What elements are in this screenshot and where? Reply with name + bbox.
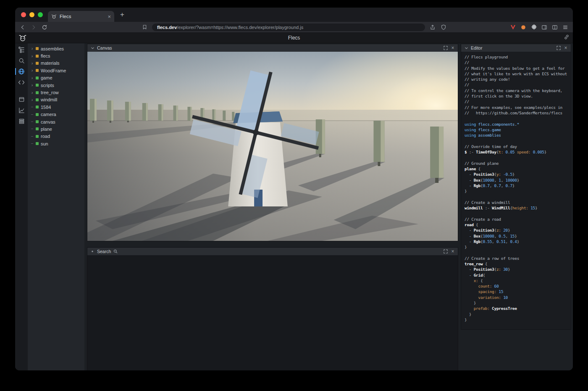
menu-icon[interactable] [562, 24, 569, 31]
stats-chart-icon[interactable] [17, 106, 26, 114]
code-line [465, 250, 571, 255]
side-panel-icon[interactable] [541, 24, 548, 31]
bookmark-icon[interactable] [141, 24, 148, 31]
expand-caret-icon[interactable]: › [31, 90, 34, 95]
code-line: windmill :- WindMill{height: 15} [465, 205, 571, 211]
tree-item-scripts[interactable]: ›scripts [28, 82, 84, 89]
code-line: spacing: 15 [465, 289, 571, 294]
split-view-icon[interactable] [551, 24, 558, 31]
reload-icon[interactable] [41, 24, 48, 31]
v-extension-icon[interactable] [509, 24, 516, 31]
share-link-icon[interactable] [564, 34, 570, 42]
code-line: } [465, 300, 571, 306]
tree-item-materials[interactable]: ›materials [28, 60, 84, 67]
code-line: } [465, 244, 571, 250]
code-line: - Box{10000, 1, 10000} [465, 177, 571, 183]
expand-caret-icon[interactable]: › [31, 98, 34, 102]
code-line: count: 60 [465, 283, 571, 289]
search-tool-icon[interactable] [17, 56, 26, 65]
module-square-icon [36, 69, 39, 72]
entity-square-icon [36, 113, 39, 116]
canvas-collapse-chevron-icon[interactable] [90, 45, 95, 50]
tree-item-flecs[interactable]: ›flecs [28, 52, 84, 59]
tree-item-tree_row[interactable]: ›tree_row [28, 89, 84, 96]
extensions-puzzle-icon[interactable] [530, 24, 537, 31]
leaf-dash-icon: – [31, 127, 34, 131]
code-line: // Override time of day [465, 144, 571, 149]
tree-item-game[interactable]: ›game [28, 74, 84, 82]
code-area[interactable]: // Flecs playground//// Modify the value… [465, 54, 571, 322]
tree-item-sun[interactable]: –sun [28, 140, 84, 147]
canvas-close-icon[interactable]: × [450, 45, 455, 50]
code-line: // Modify the values below to get a feel… [465, 66, 571, 71]
tree-item-label: road [41, 134, 50, 139]
expand-caret-icon[interactable]: › [31, 61, 34, 66]
tree-item-WoodFrame[interactable]: ›WoodFrame [28, 67, 84, 74]
module-square-icon [36, 62, 39, 65]
expand-caret-icon[interactable]: › [31, 68, 34, 73]
page-title: Flecs [288, 35, 300, 41]
share-icon[interactable] [429, 24, 436, 31]
minimize-window-button[interactable] [29, 12, 34, 17]
code-line: // https://github.com/SanderMertens/flec… [465, 110, 571, 116]
tree-item-camera[interactable]: –camera [28, 111, 84, 118]
code-tool-icon[interactable] [17, 78, 26, 87]
window-controls [21, 12, 43, 17]
tab-close-icon[interactable]: × [108, 14, 111, 19]
editor-close-icon[interactable]: × [563, 45, 568, 50]
entity-square-icon [36, 127, 39, 130]
canvas-panel-title: Canvas [97, 45, 112, 50]
shield-icon[interactable] [440, 24, 447, 31]
new-tab-button[interactable]: + [117, 9, 128, 20]
code-line: // first click on the 3D view. [465, 93, 571, 99]
editor-expand-icon[interactable] [556, 45, 561, 50]
search-results-area[interactable] [87, 255, 458, 370]
browser-tab-flecs[interactable]: Flecs × [48, 11, 114, 22]
search-close-icon[interactable]: × [450, 249, 455, 254]
expand-caret-icon[interactable]: › [31, 46, 34, 51]
tree-item-assemblies[interactable]: ›assemblies [28, 45, 84, 52]
expand-caret-icon[interactable]: › [31, 83, 34, 87]
editor-body: // Flecs playground//// Modify the value… [461, 52, 571, 329]
code-line: // [465, 60, 571, 65]
canvas-panel-header: Canvas × [87, 44, 458, 52]
expand-caret-icon[interactable]: › [31, 54, 34, 58]
module-square-icon [36, 47, 39, 50]
code-line: using assemblies [465, 132, 571, 138]
tree-item-canvas[interactable]: –canvas [28, 118, 84, 125]
tree-item-label: game [41, 75, 52, 80]
tree-item-road[interactable]: –road [28, 133, 84, 140]
canvas-expand-icon[interactable] [443, 45, 448, 50]
tree-item-windmill[interactable]: ›windmill [28, 96, 84, 103]
tree-item-1584[interactable]: –1584 [28, 103, 84, 111]
canvas-3d-view[interactable] [87, 52, 458, 241]
tree-item-label: flecs [41, 53, 50, 58]
code-line: prefab: CypressTree [465, 306, 571, 311]
url-path: /explorer/?wasm=https://www.flecs.dev/ex… [177, 25, 303, 30]
forward-icon[interactable] [30, 24, 37, 31]
code-line: x: { [465, 278, 571, 283]
world-icon[interactable] [17, 67, 26, 76]
expand-caret-icon[interactable]: › [31, 76, 34, 80]
leaf-dash-icon: – [31, 113, 34, 116]
close-window-button[interactable] [21, 12, 26, 17]
search-expand-icon[interactable] [443, 249, 448, 254]
zoom-window-button[interactable] [38, 12, 43, 17]
code-line [465, 211, 571, 216]
tree-item-plane[interactable]: –plane [28, 125, 84, 132]
code-line: // Create a row of trees [465, 256, 571, 261]
address-bar[interactable]: flecs.dev/explorer/?wasm=https://www.fle… [152, 24, 425, 31]
hierarchy-icon[interactable] [17, 45, 26, 54]
inspector-icon[interactable] [17, 95, 26, 103]
editor-collapse-chevron-icon[interactable] [464, 45, 469, 50]
back-icon[interactable] [19, 24, 26, 31]
code-line: tree_row { [465, 261, 571, 267]
tree-item-label: materials [41, 61, 60, 66]
flecs-logo[interactable] [18, 34, 27, 42]
leaf-dash-icon: – [31, 142, 34, 145]
extensions-area [509, 24, 569, 31]
orange-extension-icon[interactable] [520, 24, 527, 31]
rows-icon[interactable] [17, 117, 26, 125]
search-collapse-dot-icon[interactable] [90, 249, 95, 254]
code-line: // For more examples, see examples/plecs… [465, 105, 571, 110]
